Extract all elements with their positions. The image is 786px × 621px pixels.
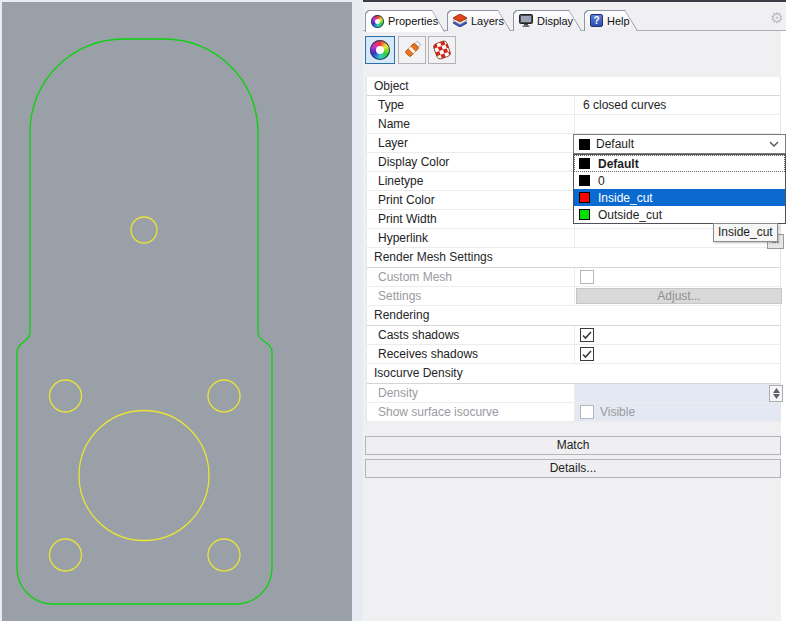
paint-tube-icon [402, 40, 422, 60]
gear-icon[interactable]: ⚙ [768, 9, 786, 27]
row-custom-mesh: Custom Mesh [367, 268, 780, 287]
display-color-label: Display Color [367, 153, 574, 171]
density-label: Density [367, 384, 574, 402]
monitor-icon [519, 14, 533, 27]
inside-cut-hole-upper-left[interactable] [50, 380, 82, 412]
object-properties-button[interactable] [365, 36, 395, 64]
checker-cylinder-icon [432, 40, 452, 60]
outside-cut-outline[interactable] [17, 39, 272, 604]
material-button[interactable] [398, 36, 426, 64]
row-type: Type 6 closed curves [367, 96, 780, 115]
casts-shadows-label: Casts shadows [367, 326, 574, 344]
chevron-down-icon [769, 141, 779, 147]
receives-shadows-checkbox[interactable] [580, 347, 594, 361]
tab-display-label: Display [537, 15, 573, 27]
custom-mesh-checkbox [580, 270, 594, 284]
row-casts-shadows: Casts shadows [367, 326, 780, 345]
spinner-up-icon [773, 388, 780, 393]
layer-swatch-black [579, 139, 590, 150]
layer-combobox[interactable]: Default [573, 134, 786, 154]
panel-tab-strip: Properties Layers [363, 0, 786, 31]
row-settings: Settings Adjust... [367, 287, 780, 306]
layer-combobox-value: Default [596, 137, 769, 151]
density-spinner [769, 385, 783, 402]
details-button[interactable]: Details... [365, 459, 781, 478]
hyperlink-label: Hyperlink [367, 229, 574, 247]
inside-cut-hole-lower-left[interactable] [50, 539, 82, 571]
print-width-label: Print Width [367, 210, 574, 228]
type-label: Type [367, 96, 574, 114]
tab-properties-label: Properties [388, 15, 438, 27]
dropdown-item-default[interactable]: Default [574, 155, 785, 172]
tab-display[interactable]: Display [513, 10, 582, 31]
dropdown-item-0[interactable]: 0 [574, 172, 785, 189]
name-value-field[interactable] [574, 115, 780, 133]
show-isocurve-label: Show surface isocurve [367, 403, 574, 421]
property-table: Object Type 6 closed curves Name Layer D… [366, 77, 781, 422]
section-header-object: Object [367, 77, 780, 96]
layer-tooltip: Inside_cut [713, 223, 778, 242]
properties-panel: Properties Layers [363, 0, 786, 621]
inside-cut-hole-top[interactable] [131, 217, 157, 243]
print-color-label: Print Color [367, 191, 574, 209]
section-header-isocurve: Isocurve Density [367, 364, 780, 384]
row-density: Density [367, 384, 780, 403]
inside-cut-hole-lower-right[interactable] [208, 539, 240, 571]
density-value [574, 384, 780, 402]
properties-colorwheel-icon [371, 15, 384, 28]
inside-cut-hole-center[interactable] [79, 411, 209, 541]
tab-layers-label: Layers [471, 15, 504, 27]
checkmark-icon [582, 350, 592, 359]
match-button[interactable]: Match [365, 436, 781, 455]
texture-mapping-button[interactable] [428, 36, 456, 64]
cad-viewport[interactable] [2, 2, 352, 621]
row-receives-shadows: Receives shadows [367, 345, 780, 364]
row-name: Name [367, 115, 780, 134]
colorwheel-icon [370, 40, 390, 60]
tab-properties[interactable]: Properties [365, 10, 445, 32]
layer-label: Layer [367, 134, 574, 152]
panel-right-margin [781, 31, 786, 621]
tab-help[interactable]: ? Help [584, 10, 638, 31]
custom-mesh-label: Custom Mesh [367, 268, 574, 286]
tab-help-label: Help [607, 15, 630, 27]
inside-cut-hole-upper-right[interactable] [208, 380, 240, 412]
name-label: Name [367, 115, 574, 133]
visible-checkbox [580, 405, 594, 419]
cad-drawing [2, 2, 352, 621]
checkmark-icon [582, 331, 592, 340]
type-value: 6 closed curves [574, 96, 780, 114]
casts-shadows-checkbox[interactable] [580, 328, 594, 342]
layers-icon [453, 14, 467, 27]
help-icon: ? [590, 14, 603, 27]
adjust-button: Adjust... [576, 288, 782, 304]
dropdown-item-inside-cut[interactable]: Inside_cut [574, 189, 785, 206]
dropdown-item-outside-cut[interactable]: Outside_cut [574, 206, 785, 223]
visible-label: Visible [600, 403, 635, 421]
receives-shadows-label: Receives shadows [367, 345, 574, 363]
settings-label: Settings [367, 287, 574, 305]
layer-dropdown-list: Default 0 Inside_cut Outside_cut [573, 154, 786, 224]
tab-layers[interactable]: Layers [447, 10, 511, 31]
spinner-down-icon [773, 394, 780, 399]
section-header-render-mesh: Render Mesh Settings [367, 248, 780, 268]
rhino-window: Properties Layers [0, 0, 786, 621]
row-show-isocurve: Show surface isocurve Visible [367, 403, 780, 422]
section-header-rendering: Rendering [367, 306, 780, 326]
linetype-label: Linetype [367, 172, 574, 190]
